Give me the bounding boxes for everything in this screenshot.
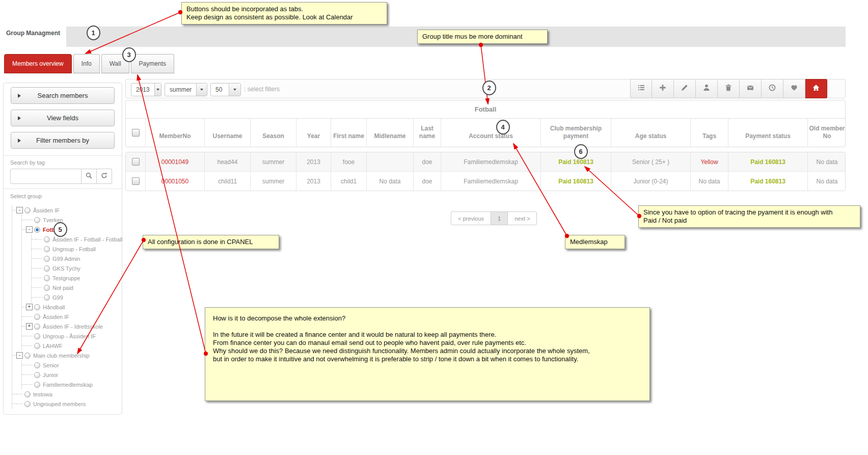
row-checkbox[interactable] [132, 158, 140, 166]
tree-radio[interactable] [44, 256, 50, 262]
tree-row-g99[interactable]: G99 [32, 292, 123, 302]
select-all-checkbox[interactable] [132, 129, 140, 137]
pencil-button[interactable] [674, 79, 696, 98]
next-page-button[interactable]: next > [507, 212, 536, 225]
year-select[interactable]: 2013 [131, 83, 161, 96]
tree-row-ungroup-ssiden-if[interactable]: Ungroup - Åssiden IF [22, 331, 123, 341]
view-fields-button[interactable]: View fields [11, 110, 115, 126]
tree-item-label[interactable]: Ungroup - Åssiden IF [43, 333, 96, 339]
user-button[interactable] [696, 79, 718, 98]
tree-radio[interactable] [34, 227, 40, 233]
toolbar [630, 79, 827, 98]
mail-button[interactable] [740, 79, 762, 98]
tree-item-label[interactable]: G99 [52, 295, 63, 301]
chevron-down-icon[interactable] [154, 84, 161, 96]
filter-members-by-button[interactable]: Filter members by [11, 132, 115, 149]
refresh-button[interactable] [97, 169, 112, 184]
tree-item-label[interactable]: G99 Admin [52, 256, 80, 262]
tree-radio[interactable] [24, 391, 31, 397]
tree-radio[interactable] [44, 285, 50, 291]
tree-expand-toggle[interactable]: - [26, 226, 33, 233]
tree-radio[interactable] [44, 295, 50, 301]
tree-item-label[interactable]: Senior [43, 362, 59, 368]
tree-radio[interactable] [44, 246, 50, 252]
tree-radio[interactable] [24, 207, 31, 213]
tree-row-main-club-membership[interactable]: -Main club membership [12, 351, 123, 360]
trash-button[interactable] [718, 79, 740, 98]
tree-radio[interactable] [44, 236, 50, 243]
tree-item-label[interactable]: Not paid [52, 285, 73, 291]
tree-row-junior[interactable]: Junior [22, 370, 123, 380]
tree-row-gks-tychy[interactable]: GKS Tychy [32, 263, 123, 273]
tree-row-ssiden-if[interactable]: Åssiden IF [22, 312, 123, 322]
tree-item-label[interactable]: Main club membership [33, 353, 90, 359]
row-checkbox[interactable] [132, 177, 140, 185]
tree-radio[interactable] [34, 314, 40, 320]
tree-row-ssiden-if[interactable]: -Åssiden IF [12, 205, 123, 215]
tree-radio[interactable] [34, 217, 40, 223]
tree-radio[interactable] [44, 265, 50, 272]
tree-item-label[interactable]: GKS Tychy [52, 265, 80, 272]
tree-row-ssiden-if-fotball-fotball[interactable]: Åssiden IF - Fotball - Fotball [32, 234, 123, 244]
tree-radio[interactable] [34, 333, 40, 339]
search-members-button[interactable]: Search members [11, 87, 115, 104]
tree-item-label[interactable]: Ungroup - Fotball [52, 246, 96, 252]
tree-item-label[interactable]: testowa [33, 391, 52, 397]
tree-row-testowa[interactable]: testowa [12, 389, 123, 399]
tree-item-label[interactable]: Familiemedlemskap [43, 382, 93, 388]
tree-row-ssiden-if-idrettsskole[interactable]: +Åssiden IF - Idrettsskole [22, 322, 123, 331]
tree-expand-toggle[interactable]: + [26, 304, 33, 310]
tree-radio[interactable] [34, 372, 40, 378]
tree-item-label[interactable]: Junior [43, 372, 58, 378]
page-size-select[interactable]: 50 [210, 83, 241, 96]
heart-button[interactable] [783, 79, 805, 98]
tree-radio[interactable] [34, 304, 40, 310]
plus-button[interactable] [652, 79, 674, 98]
tree-item-label[interactable]: Åssiden IF [43, 314, 69, 320]
tree-expand-toggle[interactable]: + [26, 323, 33, 330]
tree-radio[interactable] [34, 382, 40, 388]
tree-radio[interactable] [34, 343, 40, 349]
tree-radio[interactable] [24, 353, 31, 359]
tree-item-label[interactable]: Testgruppe [52, 275, 80, 281]
previous-page-button[interactable]: < previous [451, 212, 491, 225]
chevron-down-icon[interactable] [196, 84, 207, 96]
tab-info[interactable]: Info [73, 54, 100, 73]
current-page-button[interactable]: 1 [491, 212, 507, 225]
tree-item-label[interactable]: Åssiden IF - Idrettsskole [43, 324, 103, 330]
tree-expand-toggle[interactable]: - [16, 207, 23, 213]
tab-payments[interactable]: Payments [131, 54, 174, 73]
search-button[interactable] [82, 169, 97, 184]
chevron-down-icon[interactable] [229, 84, 240, 96]
tree-row-h-ndball[interactable]: +Håndball [22, 302, 123, 312]
tree-row-ungroup-fotball[interactable]: Ungroup - Fotball [32, 244, 123, 254]
note-line: Paid / Not paid [643, 217, 855, 225]
tree-row-g99-admin[interactable]: G99 Admin [32, 254, 123, 263]
tree-row-tverken[interactable]: Tverken [22, 215, 123, 225]
home-button[interactable] [805, 79, 827, 98]
tree-radio[interactable] [44, 275, 50, 281]
tree-row-testgruppe[interactable]: Testgruppe [32, 273, 123, 283]
tree-item-label[interactable]: Åssiden IF - Fotball - Fotball [52, 236, 123, 243]
tree-item-label[interactable]: Håndball [43, 304, 65, 310]
list-button[interactable] [630, 79, 652, 98]
tree-expand-toggle[interactable]: - [16, 352, 23, 359]
tag-search-input[interactable] [10, 169, 82, 184]
tree-radio[interactable] [24, 401, 31, 407]
tree-row-senior[interactable]: Senior [22, 360, 123, 370]
tree-row-fotball[interactable]: -Fotball [22, 225, 123, 234]
page-title: Group Managment [6, 30, 60, 37]
tree-item-label[interactable]: Ungrouped members [33, 401, 86, 407]
tree-item-label[interactable]: LAHWF [43, 343, 63, 349]
tree-row-not-paid[interactable]: Not paid [32, 283, 123, 292]
tree-radio[interactable] [34, 362, 40, 368]
season-select[interactable]: summer [165, 83, 207, 96]
tree-item-label[interactable]: Åssiden IF [33, 207, 60, 213]
tree-row-familiemedlemskap[interactable]: Familiemedlemskap [22, 380, 123, 389]
tab-members-overview[interactable]: Members overview [4, 54, 72, 73]
tree-row-lahwf[interactable]: LAHWF [22, 341, 123, 351]
tree-row-ungrouped-members[interactable]: Ungrouped members [12, 399, 123, 409]
tree-connector [32, 239, 36, 239]
tree-radio[interactable] [34, 324, 40, 330]
clock-button[interactable] [762, 79, 783, 98]
